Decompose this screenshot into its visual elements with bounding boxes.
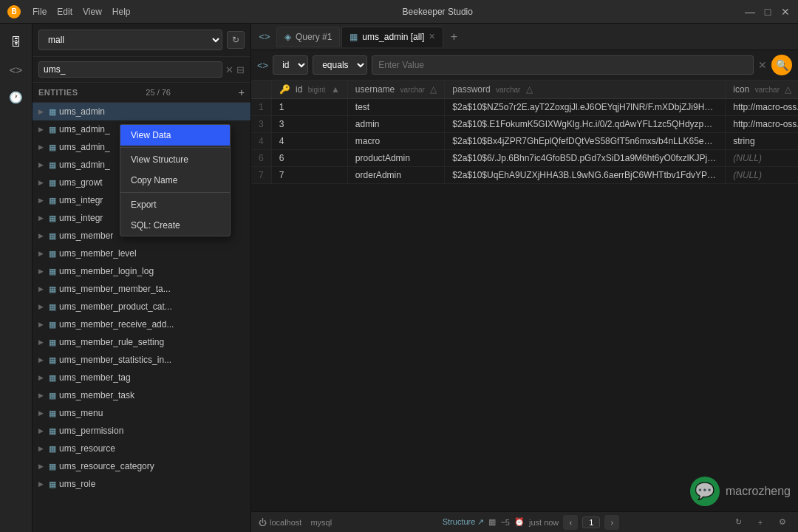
- expand-arrow-icon: ▶: [38, 108, 46, 115]
- col-username-label: username: [355, 84, 395, 95]
- prev-page-button[interactable]: ‹: [563, 515, 578, 530]
- watermark-icon: 💬: [690, 477, 720, 506]
- close-button[interactable]: ✕: [780, 7, 791, 17]
- entity-name: ums_member_rule_setting: [59, 337, 245, 347]
- entity-item[interactable]: ▶ ▦ ums_member_tag: [33, 369, 250, 386]
- minimize-button[interactable]: —: [745, 7, 755, 17]
- add-row-button[interactable]: +: [752, 514, 768, 531]
- table-entity-icon: ▦: [49, 125, 56, 134]
- database-selector[interactable]: mall: [38, 30, 222, 50]
- tab-query1[interactable]: ◈ Query #1: [276, 27, 340, 47]
- settings-sb-button[interactable]: ⚙: [774, 514, 791, 531]
- icon-bar: 🗄 <> 🕐: [0, 24, 33, 532]
- search-filter-icon[interactable]: ⊟: [236, 64, 245, 75]
- operator-selector[interactable]: equals: [313, 55, 367, 75]
- expand-arrow-icon: ▶: [38, 303, 46, 310]
- table-entity-icon: ▦: [49, 214, 56, 223]
- menu-help[interactable]: Help: [112, 7, 131, 17]
- table-row[interactable]: 4 4 macro $2a$10$Bx4jZPR7GhEplQfefDQtVeS…: [251, 133, 798, 150]
- tab-ums-admin[interactable]: ▦ ums_admin [all] ✕: [341, 27, 443, 47]
- expand-arrow-icon: ▶: [38, 445, 46, 452]
- value-input[interactable]: [372, 55, 754, 75]
- entities-header: ENTITIES 25 / 76 +: [33, 83, 250, 103]
- statusbar-left: ⏻ localhost mysql: [259, 518, 332, 527]
- expand-arrow-icon: ▶: [38, 232, 46, 239]
- search-input[interactable]: [38, 61, 222, 78]
- database-icon-btn[interactable]: 🗄: [4, 30, 28, 53]
- data-table: 🔑 id bigint ▲ username varchar △ passwor…: [251, 81, 798, 184]
- cell-icon: http://macro-oss.oss-cn...: [726, 99, 798, 116]
- history-icon-btn[interactable]: 🕐: [4, 86, 28, 109]
- table-row[interactable]: 3 3 admin $2a$10$.E1FokumK5GIXWgKlg.Hc.i…: [251, 116, 798, 133]
- table-row[interactable]: 7 7 orderAdmin $2a$10$UqEhA9UZXjHHA3B.L9…: [251, 167, 798, 184]
- menu-edit[interactable]: Edit: [57, 7, 72, 17]
- cell-username: macro: [347, 133, 444, 150]
- context-menu-item[interactable]: Copy Name: [120, 170, 230, 191]
- code-icon-btn[interactable]: <>: [4, 58, 28, 81]
- entity-item[interactable]: ▶ ▦ ums_member_task: [33, 386, 250, 404]
- value-clear-icon[interactable]: ✕: [758, 59, 767, 71]
- entity-item[interactable]: ▶ ▦ ums_member_level: [33, 245, 250, 262]
- sort-icon-icon[interactable]: △: [785, 84, 791, 95]
- table-entity-icon: ▦: [49, 160, 56, 170]
- entity-name: ums_member_statistics_in...: [59, 355, 245, 365]
- entities-label: ENTITIES: [38, 88, 78, 97]
- entity-item[interactable]: ▶ ▦ ums_member_login_log: [33, 262, 250, 280]
- run-query-button[interactable]: 🔍: [771, 55, 792, 75]
- sidebar-search: ✕ ⊟: [33, 57, 250, 83]
- structure-link[interactable]: Structure ↗: [443, 517, 485, 527]
- col-icon[interactable]: icon varchar △: [726, 81, 798, 99]
- col-rownum: [251, 81, 271, 99]
- table-row[interactable]: 6 6 productAdmin $2a$10$6/.Jp.6Bhn7ic4Gf…: [251, 150, 798, 167]
- app-title: Beekeeper Studio: [131, 7, 745, 17]
- cell-icon: http://macro-oss.oss-cn...: [726, 116, 798, 133]
- table-entity-icon: ▦: [49, 373, 56, 383]
- table-entity-icon: ▦: [49, 391, 56, 400]
- menu-view[interactable]: View: [83, 7, 102, 17]
- maximize-button[interactable]: □: [763, 7, 773, 17]
- tab-close-button[interactable]: ✕: [429, 33, 435, 41]
- sort-password-icon[interactable]: △: [526, 84, 533, 95]
- col-password[interactable]: password varchar △: [445, 81, 726, 99]
- context-menu-item[interactable]: View Structure: [120, 149, 230, 170]
- entity-item[interactable]: ▶ ▦ ums_menu: [33, 404, 250, 422]
- entity-item[interactable]: ▶ ▦ ums_member_rule_setting: [33, 333, 250, 351]
- refresh-sb-button[interactable]: ↻: [730, 514, 746, 531]
- cell-password: $2a$10$Bx4jZPR7GhEplQfefDQtVeS58GfT5n6mx…: [445, 133, 726, 150]
- entity-item[interactable]: ▶ ▦ ums_resource: [33, 440, 250, 457]
- table-row[interactable]: 1 1 test $2a$10$NZ5o7r2E.ayT2ZoxgjJl.eJ6…: [251, 99, 798, 116]
- refresh-button[interactable]: ↻: [227, 31, 245, 49]
- entity-item[interactable]: ▶ ▦ ums_role: [33, 475, 250, 493]
- entity-name: ums_member_login_log: [59, 266, 245, 276]
- entity-item[interactable]: ▶ ▦ ums_member_receive_add...: [33, 316, 250, 333]
- new-tab-button[interactable]: +: [445, 28, 463, 46]
- context-menu-item[interactable]: View Data: [120, 125, 230, 146]
- entity-item[interactable]: ▶ ▦ ums_admin: [33, 103, 250, 120]
- table-icon-sb: ▦: [488, 517, 496, 527]
- col-username[interactable]: username varchar △: [347, 81, 444, 99]
- context-menu: View DataView StructureCopy NameExportSQ…: [120, 124, 231, 236]
- search-clear-icon[interactable]: ✕: [225, 64, 233, 75]
- table-entity-icon: ▦: [49, 320, 56, 330]
- entity-item[interactable]: ▶ ▦ ums_member_statistics_in...: [33, 351, 250, 369]
- context-menu-item[interactable]: Export: [120, 194, 230, 215]
- rows-label: ~5: [500, 518, 510, 527]
- sort-asc-icon[interactable]: ▲: [331, 84, 340, 95]
- table-entity-icon: ▦: [49, 107, 56, 117]
- context-menu-item[interactable]: SQL: Create: [120, 215, 230, 236]
- cell-icon: string: [726, 133, 798, 150]
- next-page-button[interactable]: ›: [604, 515, 619, 530]
- menu-file[interactable]: File: [33, 7, 47, 17]
- sort-username-icon[interactable]: △: [430, 84, 437, 95]
- entity-name: ums_admin: [59, 106, 245, 117]
- add-entity-button[interactable]: +: [239, 86, 245, 98]
- expand-arrow-icon: ▶: [38, 409, 46, 417]
- entity-item[interactable]: ▶ ▦ ums_member_member_ta...: [33, 280, 250, 298]
- clock-icon-sb: ⏰: [514, 517, 525, 527]
- field-selector[interactable]: id: [273, 55, 308, 75]
- entity-item[interactable]: ▶ ▦ ums_permission: [33, 422, 250, 440]
- entity-item[interactable]: ▶ ▦ ums_resource_category: [33, 457, 250, 475]
- col-id[interactable]: 🔑 id bigint ▲: [271, 81, 347, 99]
- table-entity-icon: ▦: [49, 143, 56, 152]
- entity-item[interactable]: ▶ ▦ ums_member_product_cat...: [33, 298, 250, 316]
